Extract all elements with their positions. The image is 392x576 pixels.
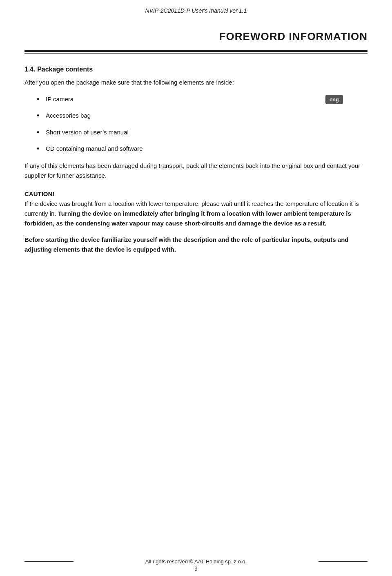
bullet-list: IP camera Accessories bag Short version … bbox=[37, 95, 368, 154]
rule-thin bbox=[24, 53, 368, 54]
page-header: NVIP-2C2011D-P User's manual ver.1.1 bbox=[24, 0, 368, 18]
footer-line-right bbox=[318, 561, 368, 562]
caution-label: CAUTION! bbox=[24, 190, 368, 197]
footer-copyright: All rights reserved © AAT Holding sp. z … bbox=[74, 558, 318, 565]
list-section: eng IP camera Accessories bag Short vers… bbox=[24, 95, 368, 154]
header-title: NVIP-2C2011D-P User's manual ver.1.1 bbox=[145, 7, 247, 14]
page-footer: All rights reserved © AAT Holding sp. z … bbox=[0, 558, 392, 565]
foreword-title: FOREWORD INFORMATION bbox=[24, 18, 368, 47]
caution-text-2: Turning the device on immediately after … bbox=[24, 210, 351, 227]
section-title: 1.4. Package contents bbox=[24, 66, 368, 73]
intro-text: After you open the package make sure tha… bbox=[24, 78, 368, 87]
caution-body: If the device was brought from a locatio… bbox=[24, 199, 368, 228]
section-heading: Package contents bbox=[37, 66, 93, 73]
section-number: 1.4. bbox=[24, 66, 36, 73]
list-item: Accessories bag bbox=[37, 111, 368, 121]
damaged-text: If any of this elements has been damaged… bbox=[24, 161, 368, 181]
list-item: IP camera bbox=[37, 95, 368, 104]
before-starting: Before starting the device familiarize y… bbox=[24, 235, 368, 255]
list-item: Short version of user’s manual bbox=[37, 128, 368, 137]
page-number: 9 bbox=[194, 565, 198, 572]
list-item: CD containing manual and software bbox=[37, 144, 368, 154]
rule-thick bbox=[24, 50, 368, 52]
page-container: NVIP-2C2011D-P User's manual ver.1.1 FOR… bbox=[0, 0, 392, 576]
footer-line-left bbox=[24, 561, 74, 562]
